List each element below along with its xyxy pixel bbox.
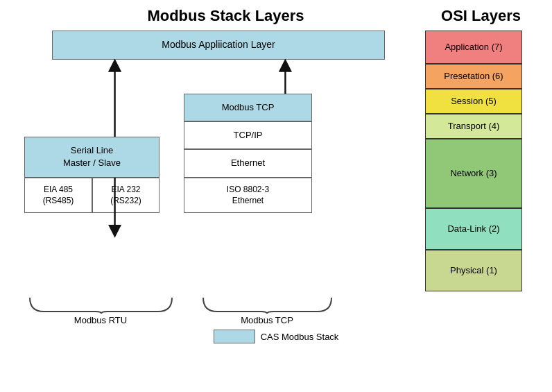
tcp-brace-area: Modbus TCP — [184, 294, 350, 325]
bottom-area: Modbus RTU Modbus TCP — [7, 294, 545, 325]
eia-boxes: EIA 485(RS485) EIA 232(RS232) — [17, 178, 184, 214]
rtu-brace-svg — [26, 294, 175, 315]
osi-transport: Transport (4) — [425, 114, 522, 139]
tcp-brace-svg — [200, 294, 335, 315]
osi-physical: Physical (1) — [425, 250, 522, 291]
braces-row: Modbus RTU Modbus TCP — [17, 294, 420, 325]
arrow-spacer: Serial LineMaster / Slave Modbus TCP TCP… — [17, 60, 420, 178]
osi-datalink: Data-Link (2) — [425, 208, 522, 250]
rtu-brace-area: Modbus RTU — [17, 294, 184, 325]
eia232-box: EIA 232(RS232) — [92, 178, 159, 214]
osi-session: Session (5) — [425, 89, 522, 114]
app-box: Modbus Appliication Layer — [52, 31, 385, 60]
tcp-col: Modbus TCP TCP/IP Ethernet — [184, 60, 350, 178]
serial-box: Serial LineMaster / Slave — [24, 137, 159, 177]
tcp-label: Modbus TCP — [241, 315, 293, 325]
osi-network: Network (3) — [425, 139, 522, 208]
serial-col: Serial LineMaster / Slave — [17, 60, 184, 178]
modbus-diagram: Modbus Appliication Layer Serial LineMas… — [17, 31, 420, 291]
bottom-boxes-row: EIA 485(RS485) EIA 232(RS232) ISO 8802-3… — [17, 178, 420, 214]
modbus-title: Modbus Stack Layers — [147, 7, 304, 24]
iso8802-box: ISO 8802-3Ethernet — [184, 178, 312, 214]
eia485-box: EIA 485(RS485) — [24, 178, 92, 214]
main-container: Modbus Stack Layers OSI Layers — [0, 0, 552, 392]
osi-layers: Application (7) Presetation (6) Session … — [425, 31, 522, 291]
osi-title: OSI Layers — [441, 7, 521, 24]
legend-box — [214, 330, 255, 343]
modbus-tcp-box: Modbus TCP — [184, 94, 312, 121]
headers-row: Modbus Stack Layers OSI Layers — [7, 7, 545, 25]
ethernet-box: Ethernet — [184, 149, 312, 177]
app-layer-row: Modbus Appliication Layer — [17, 31, 420, 60]
rtu-label: Modbus RTU — [74, 315, 127, 325]
legend-label: CAS Modbus Stack — [261, 332, 339, 342]
iso-box-col: ISO 8802-3Ethernet — [184, 178, 350, 214]
osi-presentation: Presetation (6) — [425, 64, 522, 89]
osi-application: Application (7) — [425, 31, 522, 64]
tcpip-box: TCP/IP — [184, 121, 312, 149]
legend: CAS Modbus Stack — [214, 330, 339, 343]
